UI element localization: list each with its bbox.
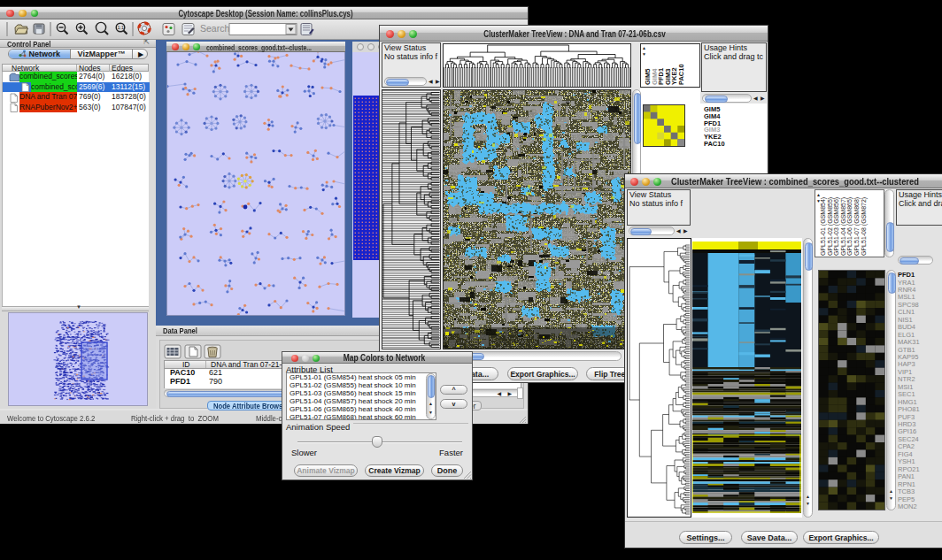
svg-text:1:1: 1:1	[118, 25, 125, 30]
svg-text:Search:: Search:	[200, 23, 232, 34]
